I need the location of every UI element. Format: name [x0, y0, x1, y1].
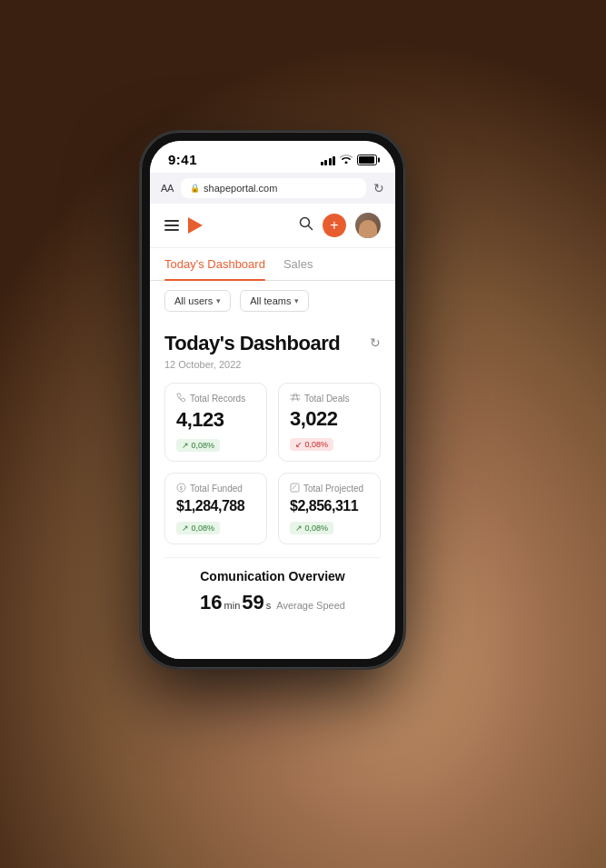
avatar[interactable] [355, 213, 381, 238]
stat-badge-total-funded: ↗ 0,08% [176, 522, 220, 534]
tab-bar: Today's Dashboard Sales [150, 248, 395, 281]
reload-icon[interactable]: ↻ [373, 181, 384, 195]
status-time: 9:41 [168, 152, 197, 167]
browser-url-text: shapeportal.com [204, 183, 277, 194]
phone-icon [176, 393, 186, 404]
speed-label: Average Speed [276, 600, 345, 611]
phone-screen: 9:41 [150, 141, 395, 659]
phone-shell: 9:41 [141, 132, 404, 668]
stat-value-total-projected: $2,856,311 [290, 498, 369, 514]
svg-rect-4 [291, 484, 299, 492]
speed-minutes-value: 16 [200, 591, 222, 614]
signal-icon [321, 155, 336, 165]
stat-label-total-records: Total Records [176, 393, 255, 404]
refresh-icon[interactable]: ↻ [370, 335, 381, 350]
communication-title: Comunication Overview [164, 569, 381, 584]
all-users-dropdown[interactable]: All users ▾ [164, 290, 231, 312]
browser-url-bar[interactable]: 🔒 shapeportal.com [181, 178, 366, 198]
stat-card-total-records: Total Records 4,123 ↗ 0,08% [164, 383, 267, 462]
stat-card-total-projected: Total Projected $2,856,311 ↗ 0,08% [278, 473, 381, 544]
dashboard-header: Today's Dashboard ↻ [164, 332, 381, 355]
app-navbar: + [150, 204, 395, 248]
stat-card-total-funded: $ Total Funded $1,284,788 ↗ 0,08% [164, 473, 267, 544]
tab-sales[interactable]: Sales [283, 248, 313, 280]
browser-aa-label[interactable]: AA [161, 183, 174, 194]
deals-icon [290, 393, 301, 404]
stat-badge-total-deals: ↙ 0,08% [290, 438, 333, 451]
stat-label-total-funded: $ Total Funded [176, 483, 255, 494]
all-teams-dropdown[interactable]: All teams ▾ [240, 290, 309, 312]
wifi-icon [340, 154, 353, 166]
speed-minutes-unit: min [224, 600, 241, 611]
stat-value-total-records: 4,123 [176, 408, 255, 432]
chevron-down-icon: ▾ [216, 296, 221, 305]
average-speed-display: 16 min 59 s Average Speed [164, 591, 381, 614]
stat-badge-total-records: ↗ 0,08% [176, 439, 220, 452]
lock-icon: 🔒 [190, 184, 200, 193]
browser-bar: AA 🔒 shapeportal.com ↻ [150, 173, 395, 204]
svg-line-6 [294, 485, 296, 487]
status-icons [321, 154, 378, 166]
app-content: + Today's Dashboard Sales All users [150, 204, 395, 659]
dashboard-title: Today's Dashboard [164, 332, 340, 355]
filter-row: All users ▾ All teams ▾ [150, 281, 395, 321]
speed-seconds-unit: s [266, 600, 272, 611]
search-icon[interactable] [299, 216, 313, 234]
communication-section: Comunication Overview 16 min 59 s Averag… [164, 557, 381, 614]
add-button[interactable]: + [323, 214, 346, 237]
status-bar: 9:41 [150, 141, 395, 173]
dashboard-content: Today's Dashboard ↻ 12 October, 2022 [150, 321, 395, 659]
svg-line-1 [309, 226, 313, 230]
stat-label-total-projected: Total Projected [290, 483, 369, 494]
stats-grid: Total Records 4,123 ↗ 0,08% To [164, 383, 381, 544]
svg-line-5 [293, 487, 294, 489]
stat-badge-total-projected: ↗ 0,08% [290, 522, 333, 534]
projected-icon [290, 483, 300, 494]
nav-left [164, 217, 203, 234]
stat-card-total-deals: Total Deals 3,022 ↙ 0,08% [278, 383, 381, 462]
dashboard-date: 12 October, 2022 [164, 359, 381, 370]
tab-todays-dashboard[interactable]: Today's Dashboard [164, 248, 265, 280]
nav-right: + [299, 213, 381, 238]
funded-icon: $ [176, 483, 186, 494]
hamburger-menu-button[interactable] [164, 220, 179, 231]
speed-seconds-value: 59 [242, 591, 263, 614]
battery-icon [357, 155, 377, 165]
stat-value-total-funded: $1,284,788 [176, 498, 255, 514]
brand-logo-icon [188, 217, 203, 234]
stat-label-total-deals: Total Deals [290, 393, 369, 404]
stat-value-total-deals: 3,022 [290, 407, 369, 431]
svg-text:$: $ [180, 485, 184, 491]
chevron-down-icon: ▾ [294, 296, 299, 305]
